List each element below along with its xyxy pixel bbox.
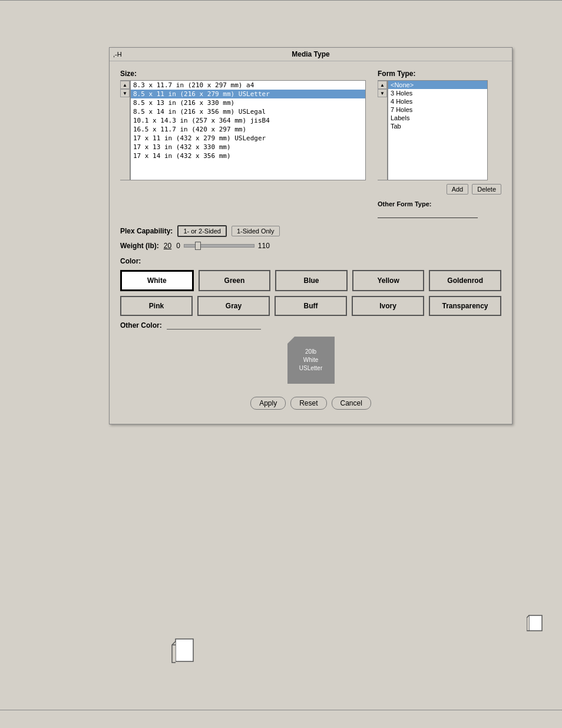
dialog-body: Size: ▲ ▼ 8.3 x 11.7 in (210 x 297 mm) a… [110,61,512,424]
color-row2: PinkGrayBuffIvoryTransparency [120,296,501,316]
plex-label: Plex Capability: [120,227,173,235]
color-button-white[interactable]: White [120,270,194,291]
color-button-transparency[interactable]: Transparency [429,296,501,316]
color-button-gray[interactable]: Gray [197,296,270,316]
page: ,-H Media Type Size: ▲ ▼ 8.3 x 11.7 in (… [0,0,562,728]
small-paper-icon-1 [171,638,200,669]
size-listbox-container: ▲ ▼ 8.3 x 11.7 in (210 x 297 mm) a4 8.5 … [120,80,366,180]
form-type-section: Form Type: ▲ ▼ <None>3 Holes4 Holes7 Hol… [378,70,501,218]
form-type-list-item[interactable]: Tab [388,122,487,130]
color-button-ivory[interactable]: Ivory [352,296,424,316]
color-button-green[interactable]: Green [199,270,271,291]
weight-label: Weight (lb): [120,242,159,250]
weight-slider-container: 0 110 [176,242,270,250]
color-button-buff[interactable]: Buff [275,296,347,316]
form-type-list-item[interactable]: 7 Holes [388,106,487,114]
size-list-item[interactable]: 17 x 13 in (432 x 330 mm) [131,143,365,151]
reset-button[interactable]: Reset [290,397,326,410]
two-column-layout: Size: ▲ ▼ 8.3 x 11.7 in (210 x 297 mm) a… [120,70,501,218]
size-label: Size: [120,70,366,78]
color-button-blue[interactable]: Blue [275,270,348,291]
slider-thumb [195,242,201,250]
form-type-label: Form Type: [378,70,501,78]
dialog-title: Media Type [292,50,329,58]
other-color-input[interactable] [167,321,261,330]
size-list-item[interactable]: 17 x 11 in (432 x 279 mm) USLedger [131,134,365,143]
size-scroll-up[interactable]: ▲ [120,81,130,89]
top-rule [0,0,562,1]
other-form-type-section: Other Form Type: [378,200,501,218]
form-type-with-scroll: ▲ ▼ <None>3 Holes4 Holes7 HolesLabelsTab [378,80,501,180]
other-form-type-input[interactable] [378,209,478,218]
color-button-yellow[interactable]: Yellow [352,270,425,291]
cancel-button[interactable]: Cancel [332,397,371,410]
color-section-label: Color: [120,257,501,265]
delete-button[interactable]: Delete [472,184,501,195]
form-type-list-item[interactable]: <None> [388,81,487,89]
paper-line2: White [299,356,322,364]
paper-preview-icon: 20lb White USLetter [287,337,335,384]
color-button-pink[interactable]: Pink [120,296,193,316]
size-list-item[interactable]: 8.3 x 11.7 in (210 x 297 mm) a4 [131,81,365,90]
form-type-scroll-down[interactable]: ▼ [378,89,387,97]
size-list-item[interactable]: 10.1 x 14.3 in (257 x 364 mm) jisB4 [131,116,365,125]
weight-min: 0 [176,242,180,250]
right-column: Form Type: ▲ ▼ <None>3 Holes4 Holes7 Hol… [378,70,501,218]
media-type-dialog: ,-H Media Type Size: ▲ ▼ 8.3 x 11.7 in (… [109,47,513,424]
add-delete-row: Add Delete [378,184,501,195]
paper-corner [287,337,295,344]
weight-max: 110 [258,242,270,250]
add-button[interactable]: Add [447,184,469,195]
form-type-scroll-up[interactable]: ▲ [378,81,387,89]
size-list-item[interactable]: 16.5 x 11.7 in (420 x 297 mm) [131,125,365,134]
weight-slider[interactable] [184,244,254,248]
color-button-goldenrod[interactable]: Goldenrod [429,270,501,291]
svg-rect-2 [529,615,542,631]
plex-option2-button[interactable]: 1-Sided Only [232,226,280,236]
form-type-scroll-buttons: ▲ ▼ [378,80,388,180]
left-column: Size: ▲ ▼ 8.3 x 11.7 in (210 x 297 mm) a… [120,70,366,218]
size-scroll-down[interactable]: ▼ [120,89,130,97]
form-type-list-item[interactable]: 3 Holes [388,89,487,97]
size-listbox[interactable]: 8.3 x 11.7 in (210 x 297 mm) a4 8.5 x 11… [130,80,366,180]
color-row1: WhiteGreenBlueYellowGoldenrod [120,270,501,291]
weight-value: 20 [164,242,171,250]
form-type-list-item[interactable]: 4 Holes [388,97,487,106]
size-scroll-buttons: ▲ ▼ [120,80,130,180]
plex-option1-button[interactable]: 1- or 2-Sided [177,225,227,237]
size-list-item[interactable]: 8.5 x 14 in (216 x 356 mm) USLegal [131,107,365,116]
other-form-type-label: Other Form Type: [378,200,501,207]
form-type-listbox[interactable]: <None>3 Holes4 Holes7 HolesLabelsTab [388,80,488,180]
titlebar-controls: ,-H [113,51,122,58]
dialog-titlebar: ,-H Media Type [110,48,512,61]
other-color-row: Other Color: [120,321,501,330]
paper-preview-area: 20lb White USLetter [120,337,501,384]
paper-line3: USLetter [299,364,322,373]
other-color-label: Other Color: [120,321,162,330]
paper-line1: 20lb [299,348,322,356]
apply-button[interactable]: Apply [250,397,286,410]
form-type-list-item[interactable]: Labels [388,114,487,122]
bottom-rule [0,710,562,710]
small-paper-icon-2 [527,614,544,634]
size-list-item[interactable]: 17 x 14 in (432 x 356 mm) [131,151,365,160]
size-list-item[interactable]: 8.5 x 13 in (216 x 330 mm) [131,98,365,107]
plex-row: Plex Capability: 1- or 2-Sided 1-Sided O… [120,225,501,237]
weight-row: Weight (lb): 20 0 110 [120,242,501,250]
size-list-item[interactable]: 8.5 x 11 in (216 x 279 mm) USLetter [131,90,365,98]
svg-rect-0 [176,639,193,661]
bottom-buttons: Apply Reset Cancel [120,392,501,416]
paper-icon-text: 20lb White USLetter [299,348,322,373]
